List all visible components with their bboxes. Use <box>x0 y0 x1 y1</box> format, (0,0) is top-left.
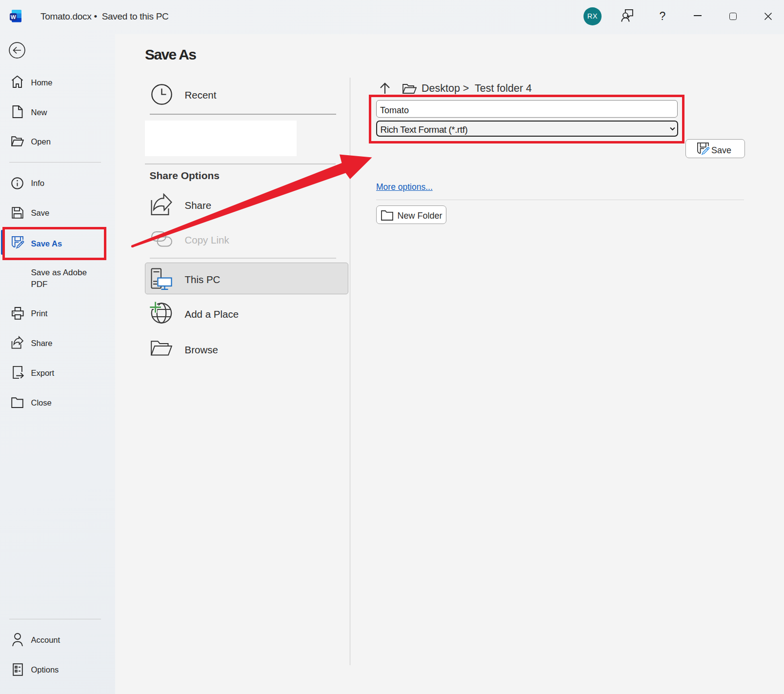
svg-text:W: W <box>11 14 16 20</box>
